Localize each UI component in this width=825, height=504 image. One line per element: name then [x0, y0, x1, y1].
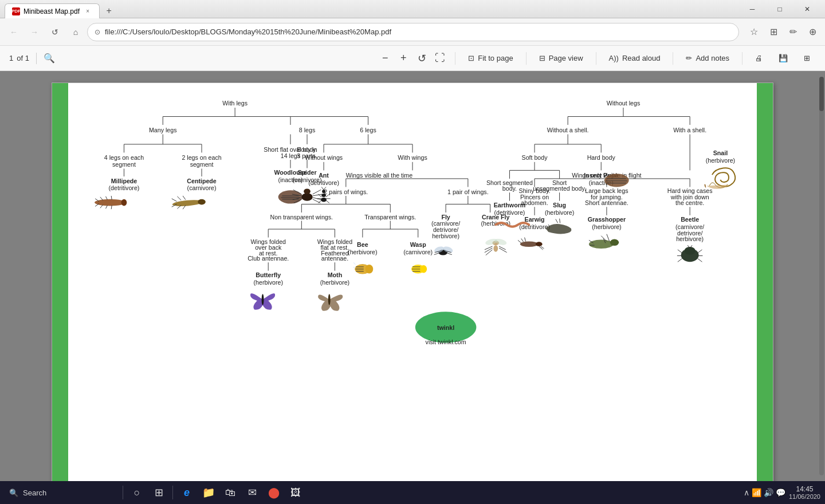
- store-taskbar-icon[interactable]: 🛍: [220, 482, 241, 503]
- cortana-button[interactable]: ○: [127, 482, 147, 503]
- tray-chevron-icon[interactable]: ∧: [744, 488, 749, 497]
- svg-text:Wasp: Wasp: [410, 241, 426, 248]
- svg-text:Transparent wings.: Transparent wings.: [364, 214, 416, 220]
- svg-text:(herbivore): (herbivore): [254, 279, 283, 286]
- page-view-label: Page view: [549, 54, 583, 62]
- svg-text:Grasshopper: Grasshopper: [588, 216, 626, 223]
- address-bar: ← → ↺ ⌂ ⊙ file:///C:/Users/loulo/Desktop…: [0, 18, 825, 46]
- tab-area: PDF Minibeast Map.pdf × +: [5, 0, 116, 18]
- forward-button[interactable]: →: [25, 23, 44, 41]
- window-controls: ─ □ ✕: [739, 0, 820, 18]
- svg-point-53: [95, 199, 125, 206]
- svg-line-200: [518, 240, 521, 243]
- chrome-taskbar-icon[interactable]: ⬤: [264, 482, 284, 503]
- save-button[interactable]: 💾: [773, 52, 793, 65]
- svg-text:(detritivore): (detritivore): [308, 179, 339, 186]
- svg-text:With legs: With legs: [222, 100, 247, 107]
- pdf-toolbar: 1 of 1 🔍 − + ↺ ⛶ ⊡ Fit to page ⊟ Page vi…: [0, 46, 825, 71]
- svg-text:8 legs: 8 legs: [299, 127, 315, 133]
- tab-close-button[interactable]: ×: [83, 7, 92, 16]
- page-view-icon: ⊟: [539, 54, 545, 62]
- svg-text:Without legs: Without legs: [607, 100, 641, 107]
- svg-text:(carnivore): (carnivore): [403, 249, 433, 255]
- refresh-button[interactable]: ↺: [46, 23, 64, 41]
- separator-3: [596, 52, 596, 65]
- zoom-out-button[interactable]: −: [377, 50, 393, 66]
- svg-text:Wings visible all the time: Wings visible all the time: [346, 172, 413, 179]
- svg-text:Beetle: Beetle: [681, 216, 699, 223]
- pdf-page: text { font-family: Arial, sans-serif; f…: [52, 82, 773, 481]
- svg-text:visit twinkl.com: visit twinkl.com: [426, 338, 466, 345]
- svg-line-161: [447, 253, 452, 255]
- edge-taskbar-icon[interactable]: e: [176, 482, 197, 503]
- back-button[interactable]: ←: [5, 23, 23, 41]
- file-explorer-taskbar-icon[interactable]: 📁: [198, 482, 219, 503]
- svg-text:the centre.: the centre.: [675, 199, 704, 206]
- page-view-button[interactable]: ⊟ Page view: [533, 52, 589, 65]
- page-info: 1 of 1: [9, 54, 29, 62]
- taskbar-divider-2: [172, 486, 173, 499]
- mail-taskbar-icon[interactable]: ✉: [242, 482, 262, 503]
- svg-text:unsegmented body.: unsegmented body.: [533, 185, 586, 192]
- close-button[interactable]: ✕: [794, 0, 820, 18]
- svg-point-73: [198, 199, 206, 205]
- speaker-icon[interactable]: 🔊: [764, 488, 773, 497]
- toolbar-separator: [36, 53, 37, 64]
- svg-text:(herbivore): (herbivore): [545, 209, 574, 216]
- minibeast-diagram: text { font-family: Arial, sans-serif; f…: [80, 89, 745, 477]
- svg-point-245: [604, 174, 629, 187]
- svg-point-126: [328, 294, 331, 305]
- home-button[interactable]: ⌂: [66, 23, 85, 41]
- read-aloud-icon: A)): [609, 54, 619, 62]
- svg-line-56: [106, 196, 108, 200]
- svg-text:With a shell.: With a shell.: [673, 127, 706, 133]
- search-label: Search: [23, 489, 46, 497]
- maximize-button[interactable]: □: [767, 0, 793, 18]
- svg-text:Butterfly: Butterfly: [256, 271, 281, 278]
- svg-line-67: [172, 199, 177, 202]
- pdf-content: text { font-family: Arial, sans-serif; f…: [0, 71, 825, 481]
- photos-taskbar-icon[interactable]: 🖼: [285, 482, 306, 503]
- read-aloud-button[interactable]: A)) Read aloud: [603, 52, 666, 65]
- zoom-in-button[interactable]: +: [395, 50, 411, 66]
- svg-line-166: [485, 246, 493, 250]
- svg-text:antennae.: antennae.: [321, 255, 348, 262]
- notification-icon[interactable]: 💬: [776, 488, 785, 497]
- task-view-button[interactable]: ⊞: [148, 482, 169, 503]
- pdf-inner: text { font-family: Arial, sans-serif; f…: [68, 83, 757, 481]
- minimize-button[interactable]: ─: [739, 0, 765, 18]
- fit-to-page-label: Fit to page: [478, 54, 513, 62]
- taskbar-divider-1: [123, 486, 123, 499]
- fullscreen-button[interactable]: ⛶: [432, 50, 448, 66]
- rotate-button[interactable]: ↺: [414, 50, 430, 66]
- address-input[interactable]: ⊙ file:///C:/Users/loulo/Desktop/BLOGS/M…: [87, 23, 739, 41]
- svg-point-41: [304, 188, 311, 194]
- new-tab-button[interactable]: +: [102, 4, 116, 18]
- fit-to-page-button[interactable]: ⊡ Fit to page: [462, 52, 518, 65]
- svg-text:segment: segment: [112, 161, 136, 168]
- taskbar-search[interactable]: 🔍 Search: [5, 486, 119, 499]
- extensions-icon[interactable]: ⊕: [804, 24, 820, 40]
- svg-text:2 legs on each: 2 legs on each: [182, 154, 221, 161]
- more-button[interactable]: ⊞: [798, 52, 816, 65]
- svg-point-196: [520, 241, 538, 247]
- pdf-scrollbar-thumb[interactable]: [819, 77, 824, 111]
- collections-icon[interactable]: ⊞: [765, 24, 781, 40]
- svg-text:Snail: Snail: [713, 149, 728, 156]
- network-icon[interactable]: 📶: [752, 488, 761, 497]
- taskbar-time: 14:45 11/06/2020: [789, 485, 820, 500]
- taskbar: 🔍 Search ○ ⊞ e 📁 🛍 ✉ ⬤ 🖼 ∧ 📶 🔊 💬 14:45 1…: [0, 481, 825, 504]
- svg-text:Earthworm: Earthworm: [494, 202, 526, 208]
- title-bar: PDF Minibeast Map.pdf × + ─ □ ✕: [0, 0, 825, 18]
- print-button[interactable]: 🖨: [749, 52, 768, 65]
- pdf-scrollbar[interactable]: [819, 77, 824, 475]
- pdf-search-icon[interactable]: 🔍: [44, 53, 55, 64]
- svg-text:4 legs on each: 4 legs on each: [104, 154, 144, 161]
- active-tab[interactable]: PDF Minibeast Map.pdf ×: [5, 3, 100, 18]
- pen-icon[interactable]: ✏: [785, 24, 801, 40]
- svg-point-83: [321, 198, 327, 202]
- svg-line-61: [111, 205, 112, 209]
- read-aloud-label: Read aloud: [622, 54, 661, 62]
- favorites-icon[interactable]: ☆: [746, 24, 762, 40]
- add-notes-button[interactable]: ✏ Add notes: [680, 52, 735, 65]
